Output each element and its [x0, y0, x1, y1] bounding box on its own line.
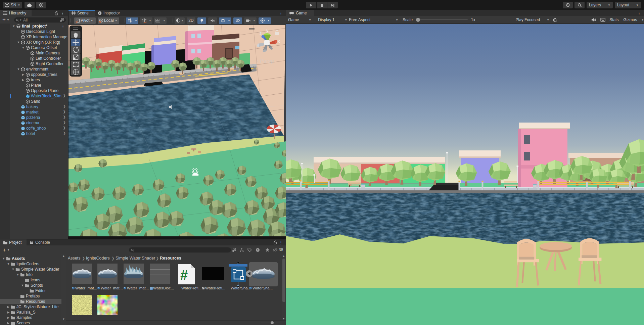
svg-text:WaterRefl...: WaterRefl...	[205, 286, 225, 290]
svg-text:Resources: Resources	[160, 256, 181, 261]
svg-text:❯: ❯	[82, 256, 85, 261]
svg-text:Water_mat...: Water_mat...	[75, 286, 97, 290]
svg-text:x: x	[278, 39, 280, 44]
svg-text:z: z	[260, 31, 262, 36]
svg-text:WaterSha...: WaterSha...	[231, 286, 251, 290]
svg-text:Y: Y	[130, 20, 132, 23]
svg-text:WaterSha...: WaterSha...	[252, 286, 273, 290]
svg-text:‹ Persp: ‹ Persp	[257, 58, 274, 64]
svg-text:y: y	[266, 28, 269, 33]
svg-text:Water_mat...: Water_mat...	[101, 286, 123, 290]
svg-text:Water_mat...: Water_mat...	[127, 286, 149, 290]
svg-text:WaterRefl...: WaterRefl...	[181, 286, 201, 290]
svg-text:Assets: Assets	[68, 256, 81, 261]
svg-text:WaterBloc...: WaterBloc...	[153, 286, 174, 290]
svg-text:IgniteCoders: IgniteCoders	[86, 256, 110, 261]
svg-text:#: #	[180, 268, 188, 282]
svg-text:❯: ❯	[111, 256, 114, 261]
svg-text:❯: ❯	[156, 256, 159, 261]
svg-text:Simple Water Shader: Simple Water Shader	[116, 256, 155, 261]
